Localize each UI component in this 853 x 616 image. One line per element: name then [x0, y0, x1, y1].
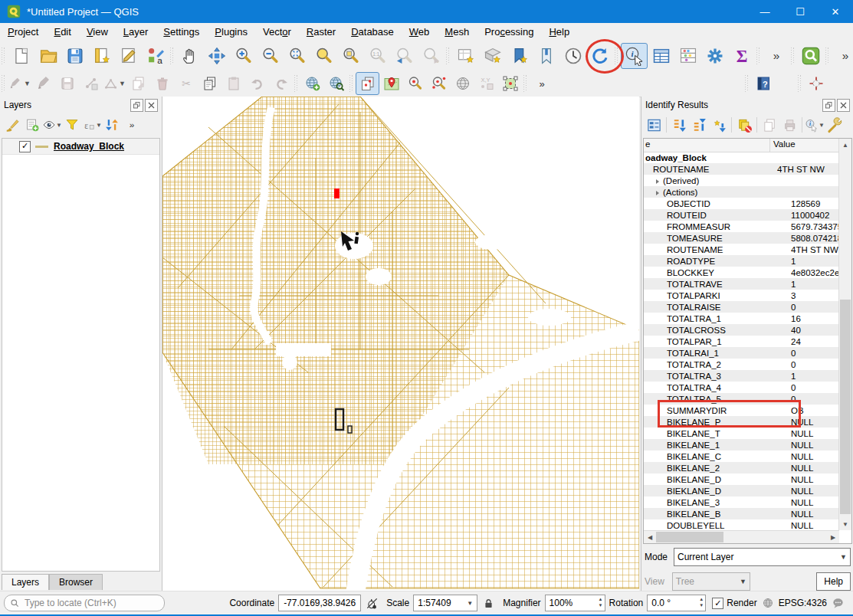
render-checkbox[interactable]: ✓	[712, 598, 723, 609]
minimize-button[interactable]: —	[747, 0, 782, 23]
identify-row[interactable]: TOTALTRA_50	[644, 393, 839, 405]
identify-row[interactable]: oadway_Block	[644, 152, 839, 163]
coordinate-capture-button[interactable]	[804, 72, 828, 95]
spinner-arrows-icon[interactable]: ▲▼	[599, 596, 603, 608]
identify-row[interactable]: (Derived)	[644, 175, 839, 186]
float-panel-icon[interactable]	[822, 99, 835, 112]
zoom-to-selection-button[interactable]	[310, 43, 337, 69]
identify-row[interactable]: ROADTYPE1	[644, 255, 839, 267]
clear-results-button[interactable]	[734, 115, 754, 135]
identify-row[interactable]: BIKELANE_2NULL	[644, 462, 839, 473]
identify-row[interactable]: ROUTEID11000402	[644, 209, 839, 221]
identify-row[interactable]: TOTALRAISE0	[644, 301, 839, 313]
maximize-button[interactable]: ☐	[782, 0, 818, 23]
identify-row[interactable]: BIKELANE_DNULL	[644, 473, 839, 485]
web-map-tiles-button[interactable]	[451, 72, 474, 95]
manage-map-themes-button[interactable]: ▼	[42, 115, 62, 135]
identify-row[interactable]: TOTALCROSS40	[644, 324, 839, 336]
scroll-left-icon[interactable]: ◀	[644, 531, 656, 543]
close-panel-icon[interactable]	[145, 99, 158, 112]
processing-toolbox-button[interactable]	[701, 43, 728, 69]
locator-input[interactable]	[23, 597, 149, 609]
new-spatial-bookmark-button[interactable]	[506, 43, 533, 69]
zoom-in-button[interactable]	[230, 43, 257, 69]
metasearch-button[interactable]	[324, 72, 348, 95]
new-3d-map-view-button[interactable]	[479, 43, 506, 69]
identify-row[interactable]: FROMMEASUR5679.734375000...	[644, 221, 839, 232]
float-panel-icon[interactable]	[130, 99, 143, 112]
statistical-summary-button[interactable]	[674, 43, 701, 69]
collapse-tree-button[interactable]	[689, 115, 709, 135]
identify-menu-button[interactable]: i▼	[805, 115, 825, 135]
pan-map-button[interactable]	[176, 43, 203, 69]
hscroll-thumb[interactable]	[656, 532, 723, 542]
identify-row[interactable]: TOTALTRA_40	[644, 382, 839, 393]
toolbar-overflow-button[interactable]: »	[530, 72, 553, 95]
mouse-position-icon[interactable]	[364, 595, 379, 611]
filter-expression-button[interactable]: ε▼	[82, 115, 102, 135]
identify-row[interactable]: BIKELANE_BNULL	[644, 508, 839, 519]
help-button[interactable]: Help	[816, 572, 851, 591]
tab-layers[interactable]: Layers	[2, 574, 49, 590]
scale-select[interactable]: 1:57409 ▼	[413, 595, 477, 611]
new-project-button[interactable]	[8, 43, 34, 69]
coordinate-value[interactable]: -77.0169,38.9426	[278, 595, 361, 611]
identify-row[interactable]: BLOCKKEY4e8032ec2e4d7...	[644, 267, 839, 278]
layer-visibility-checkbox[interactable]: ✓	[19, 141, 31, 152]
style-manager-button[interactable]: a	[142, 43, 169, 69]
lock-scale-icon[interactable]	[481, 595, 496, 611]
spinner-arrows-icon[interactable]: ▲▼	[699, 596, 704, 608]
add-group-button[interactable]	[22, 115, 42, 135]
scroll-down-icon[interactable]: ▼	[839, 518, 851, 530]
multi-location-zoom-button[interactable]	[427, 72, 451, 95]
identify-features-button[interactable]: i	[621, 43, 648, 69]
save-project-button[interactable]	[61, 43, 88, 69]
layer-item-roadway-block[interactable]: ✓ Roadway_Block	[2, 139, 159, 155]
horizontal-scrollbar[interactable]: ◀ ▶	[644, 530, 839, 543]
menu-web[interactable]: Web	[402, 25, 438, 39]
form-view-button[interactable]	[644, 115, 664, 135]
zoom-to-coordinate-button[interactable]	[403, 72, 427, 95]
expander-icon[interactable]	[656, 191, 659, 195]
new-print-layout-button[interactable]	[88, 43, 115, 69]
refresh-button[interactable]	[586, 43, 613, 69]
vscroll-thumb[interactable]	[840, 300, 851, 514]
identify-row[interactable]: BIKELANE_CNULL	[644, 451, 839, 462]
menu-mesh[interactable]: Mesh	[437, 25, 477, 39]
menu-project[interactable]: Project	[0, 25, 46, 39]
menu-plugins[interactable]: Plugins	[207, 25, 255, 39]
identify-row[interactable]: TOMEASURE5808.074218750...	[644, 232, 839, 244]
menu-layer[interactable]: Layer	[116, 25, 156, 39]
table-header[interactable]: e Value	[644, 139, 839, 152]
temporal-controller-button[interactable]	[559, 43, 586, 69]
identify-row[interactable]: TOTALTRAVE1	[644, 278, 839, 290]
copy-features-button[interactable]	[198, 72, 221, 95]
identify-row[interactable]: BIKELANE_3NULL	[644, 496, 839, 508]
plugin-search-button[interactable]	[797, 43, 824, 69]
help-contents-button[interactable]: ?	[751, 72, 775, 95]
identify-row[interactable]: TOTALTRA_116	[644, 313, 839, 324]
messages-icon[interactable]	[830, 595, 845, 611]
mode-select[interactable]: Current Layer ▼	[674, 548, 851, 566]
pin-location-button[interactable]	[379, 72, 403, 95]
show-statistics-button[interactable]: Σ	[728, 43, 755, 69]
identify-row[interactable]: TOTALTRA_31	[644, 370, 839, 382]
identify-row[interactable]: BIKELANE_PNULL	[644, 416, 839, 428]
identify-row[interactable]: TOTALRAI_10	[644, 347, 839, 359]
open-project-button[interactable]	[34, 43, 61, 69]
rotation-spinbox[interactable]: 0.0 ° ▲▼	[647, 595, 706, 611]
menu-edit[interactable]: Edit	[46, 25, 78, 39]
identify-row[interactable]: ROUTENAME4TH ST NW	[644, 244, 839, 255]
identify-row[interactable]: TOTALPARKI3	[644, 290, 839, 301]
open-attribute-table-button[interactable]	[648, 43, 674, 69]
zoom-to-layer-button[interactable]	[337, 43, 364, 69]
toolbar-overflow-button[interactable]: »	[122, 115, 142, 135]
menu-settings[interactable]: Settings	[156, 25, 207, 39]
identify-settings-button[interactable]	[825, 115, 845, 135]
crs-globe-icon[interactable]	[760, 595, 776, 611]
close-button[interactable]: ✕	[818, 0, 853, 23]
zoom-full-button[interactable]	[284, 43, 310, 69]
show-layout-manager-button[interactable]	[115, 43, 142, 69]
new-map-view-button[interactable]	[452, 43, 479, 69]
identify-row[interactable]: (Actions)	[644, 186, 839, 198]
